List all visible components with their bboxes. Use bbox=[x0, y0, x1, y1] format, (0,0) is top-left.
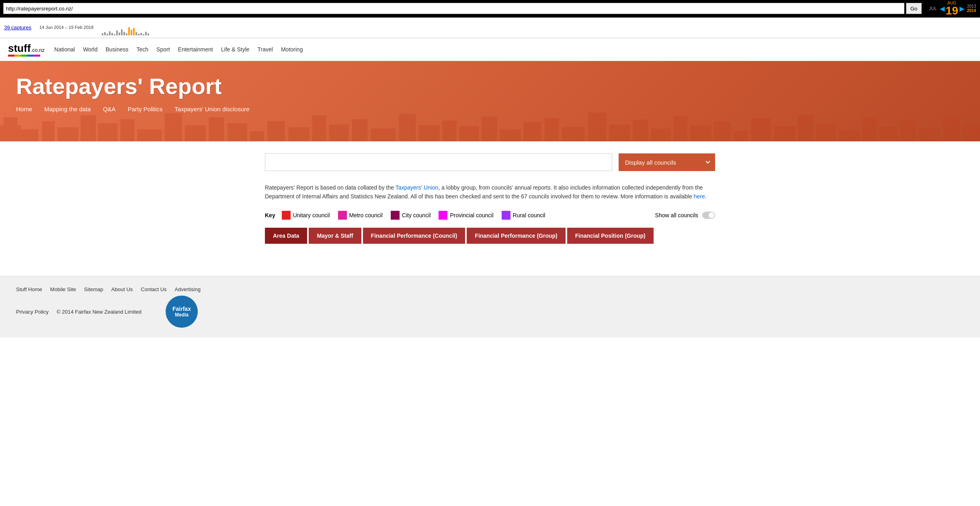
footer-item-sitemap[interactable]: Sitemap bbox=[84, 286, 103, 292]
nav-link-entertainment[interactable]: Entertainment bbox=[178, 46, 213, 53]
svg-rect-18 bbox=[352, 119, 367, 141]
nav-item-national[interactable]: National bbox=[54, 46, 75, 53]
cal-year-curr: 2014 bbox=[967, 8, 976, 13]
footer-item-about[interactable]: About Us bbox=[111, 286, 133, 292]
display-councils-select[interactable]: Display all councils Unitary councils Me… bbox=[619, 153, 715, 171]
footer-item-mobile[interactable]: Mobile Site bbox=[50, 286, 76, 292]
footer-item-advertising[interactable]: Advertising bbox=[175, 286, 201, 292]
nav-link-national[interactable]: National bbox=[54, 46, 75, 53]
nav-item-travel[interactable]: Travel bbox=[258, 46, 273, 53]
show-all-area: Show all councils bbox=[655, 212, 715, 219]
nav-item-sport[interactable]: Sport bbox=[156, 46, 170, 53]
footer-link-contact[interactable]: Contact Us bbox=[141, 286, 166, 292]
footer-policy-copyright: Privacy Policy © 2014 Fairfax New Zealan… bbox=[16, 308, 141, 315]
footer-bottom: Privacy Policy © 2014 Fairfax New Zealan… bbox=[16, 296, 964, 328]
taxpayers-union-link[interactable]: Taxpayers' Union bbox=[396, 184, 439, 191]
svg-rect-4 bbox=[57, 127, 78, 141]
here-link[interactable]: here bbox=[694, 193, 705, 200]
nav-links: National World Business Tech Sport Enter… bbox=[54, 46, 303, 53]
nav-item-motoring[interactable]: Motoring bbox=[281, 46, 303, 53]
svg-rect-11 bbox=[209, 117, 224, 141]
svg-rect-38 bbox=[774, 126, 795, 141]
timeline-area bbox=[102, 19, 976, 35]
footer-link-mobile[interactable]: Mobile Site bbox=[50, 286, 76, 292]
spark-col bbox=[119, 33, 120, 35]
footer-copyright: © 2014 Fairfax New Zealand Limited bbox=[57, 309, 141, 315]
svg-rect-9 bbox=[164, 113, 182, 141]
svg-rect-5 bbox=[80, 115, 96, 141]
spark-col bbox=[123, 32, 125, 35]
svg-rect-2 bbox=[21, 129, 39, 141]
nav-link-motoring[interactable]: Motoring bbox=[281, 46, 303, 53]
cal-next-arrow[interactable]: ▶ bbox=[958, 5, 966, 12]
site-nav: stuff .co.nz National World Business Tec… bbox=[0, 38, 980, 61]
logo-stuff-text: stuff bbox=[8, 42, 31, 55]
nav-link-sport[interactable]: Sport bbox=[156, 46, 170, 53]
wayback-url-input[interactable] bbox=[3, 3, 904, 14]
metro-label: Metro council bbox=[349, 212, 383, 218]
spark-col bbox=[140, 33, 142, 35]
spark-col bbox=[102, 33, 103, 35]
nav-link-lifestyle[interactable]: Life & Style bbox=[221, 46, 250, 53]
svg-rect-27 bbox=[545, 118, 559, 141]
nav-item-business[interactable]: Business bbox=[106, 46, 129, 53]
svg-rect-13 bbox=[250, 131, 264, 141]
hero-nav-party-politics[interactable]: Party Politics bbox=[128, 106, 163, 112]
hero-nav: Home Mapping the data Q&A Party Politics… bbox=[16, 106, 964, 112]
hero-nav-home[interactable]: Home bbox=[16, 106, 32, 112]
wayback-url-area: Go bbox=[0, 0, 925, 17]
tab-financial-performance-council[interactable]: Financial Performance (Council) bbox=[363, 228, 465, 244]
tab-financial-position-group[interactable]: Financial Position (Group) bbox=[567, 228, 654, 244]
captures-bar: 39 captures 14 Jun 2014 – 19 Feb 2018 bbox=[0, 18, 980, 38]
wayback-go-button[interactable]: Go bbox=[906, 3, 922, 14]
hero-nav-qa[interactable]: Q&A bbox=[103, 106, 116, 112]
cityscape-svg bbox=[0, 109, 980, 141]
footer-link-advertising[interactable]: Advertising bbox=[175, 286, 201, 292]
search-row: Display all councils Unitary councils Me… bbox=[265, 153, 715, 171]
svg-rect-28 bbox=[562, 127, 584, 141]
svg-rect-42 bbox=[862, 117, 876, 141]
site-logo[interactable]: stuff .co.nz bbox=[8, 42, 45, 57]
nav-item-tech[interactable]: Tech bbox=[137, 46, 149, 53]
svg-rect-10 bbox=[185, 125, 206, 141]
cal-prev-arrow[interactable]: ◀ bbox=[939, 5, 946, 12]
nav-item-world[interactable]: World bbox=[83, 46, 97, 53]
spark-col bbox=[126, 33, 127, 35]
footer-link-stuff-home[interactable]: Stuff Home bbox=[16, 286, 42, 292]
svg-rect-20 bbox=[399, 114, 416, 141]
svg-rect-45 bbox=[919, 129, 940, 141]
nav-link-business[interactable]: Business bbox=[106, 46, 129, 53]
footer-item-contact[interactable]: Contact Us bbox=[141, 286, 166, 292]
search-input[interactable] bbox=[265, 153, 612, 171]
nav-item-entertainment[interactable]: Entertainment bbox=[178, 46, 213, 53]
svg-rect-14 bbox=[267, 121, 285, 141]
svg-rect-40 bbox=[816, 124, 836, 141]
footer-link-sitemap[interactable]: Sitemap bbox=[84, 286, 103, 292]
nav-item-lifestyle[interactable]: Life & Style bbox=[221, 46, 250, 53]
nav-link-travel[interactable]: Travel bbox=[258, 46, 273, 53]
show-all-toggle[interactable] bbox=[702, 212, 715, 219]
tab-mayor-staff[interactable]: Mayor & Staff bbox=[309, 228, 361, 244]
svg-rect-36 bbox=[734, 131, 748, 141]
footer-link-about[interactable]: About Us bbox=[111, 286, 133, 292]
tab-financial-performance-group[interactable]: Financial Performance (Group) bbox=[467, 228, 565, 244]
hero-nav-taxpayers-union[interactable]: Taxpayers' Union disclosure bbox=[174, 106, 249, 112]
unitary-swatch bbox=[282, 211, 291, 220]
rural-label: Rural council bbox=[513, 212, 545, 218]
footer-privacy-link[interactable]: Privacy Policy bbox=[16, 309, 49, 315]
nav-link-world[interactable]: World bbox=[83, 46, 97, 53]
footer: Stuff Home Mobile Site Sitemap About Us … bbox=[0, 276, 980, 337]
nav-link-tech[interactable]: Tech bbox=[137, 46, 149, 53]
svg-rect-43 bbox=[879, 127, 897, 141]
captures-date: 14 Jun 2014 – 19 Feb 2018 bbox=[39, 25, 94, 30]
captures-link[interactable]: 39 captures bbox=[4, 24, 31, 31]
cal-month-aug: AUG 19 bbox=[946, 1, 958, 16]
tab-area-data[interactable]: Area Data bbox=[265, 228, 307, 244]
svg-rect-39 bbox=[798, 115, 813, 141]
footer-item-stuff-home[interactable]: Stuff Home bbox=[16, 286, 42, 292]
svg-rect-19 bbox=[371, 129, 396, 141]
hero-nav-mapping[interactable]: Mapping the data bbox=[44, 106, 91, 112]
cal-years: 2013 2014 bbox=[966, 4, 978, 13]
logo-suffix-text: .co.nz bbox=[31, 47, 45, 53]
cal-prev-month: JUL bbox=[927, 5, 939, 12]
